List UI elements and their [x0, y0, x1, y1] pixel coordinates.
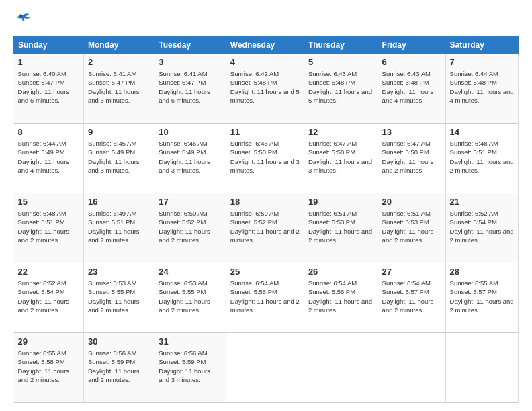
daylight-label: Daylight: 11 hours and 3 minutes. [308, 158, 372, 174]
day-number: 30 [88, 336, 150, 348]
sunset-label: Sunset: 5:58 PM [18, 358, 65, 365]
page: SundayMondayTuesdayWednesdayThursdayFrid… [0, 0, 532, 411]
daylight-label: Daylight: 11 hours and 4 minutes. [18, 158, 70, 174]
day-cell: 8Sunrise: 6:44 AMSunset: 5:49 PMDaylight… [14, 124, 84, 193]
sunset-label: Sunset: 5:47 PM [18, 79, 65, 86]
day-cell: 2Sunrise: 6:41 AMSunset: 5:47 PMDaylight… [84, 54, 154, 124]
daylight-label: Daylight: 11 hours and 3 minutes. [88, 158, 140, 174]
sunset-label: Sunset: 5:52 PM [230, 218, 277, 226]
sunrise-label: Sunrise: 6:54 AM [382, 279, 431, 287]
day-cell: 21Sunrise: 6:52 AMSunset: 5:54 PMDayligh… [445, 193, 518, 263]
day-cell: 26Sunrise: 6:54 AMSunset: 5:56 PMDayligh… [304, 263, 378, 333]
day-number: 18 [230, 196, 300, 208]
sunrise-label: Sunrise: 6:40 AM [18, 70, 66, 77]
header-cell-friday: Friday [378, 37, 445, 54]
header-cell-monday: Monday [84, 37, 154, 54]
week-row-5: 29Sunrise: 6:55 AMSunset: 5:58 PMDayligh… [14, 333, 519, 403]
daylight-label: Daylight: 11 hours and 2 minutes. [382, 298, 434, 314]
sunset-label: Sunset: 5:53 PM [382, 218, 429, 226]
daylight-label: Daylight: 11 hours and 2 minutes. [308, 298, 372, 314]
daylight-label: Daylight: 11 hours and 2 minutes. [450, 228, 514, 244]
daylight-label: Daylight: 11 hours and 2 minutes. [308, 228, 372, 244]
sunrise-label: Sunrise: 6:51 AM [382, 210, 431, 217]
daylight-label: Daylight: 11 hours and 2 minutes. [450, 158, 514, 174]
day-cell: 18Sunrise: 6:50 AMSunset: 5:52 PMDayligh… [226, 193, 304, 263]
day-number: 25 [230, 266, 300, 278]
sunset-label: Sunset: 5:49 PM [159, 148, 206, 156]
header-cell-wednesday: Wednesday [226, 37, 304, 54]
sunrise-label: Sunrise: 6:54 AM [308, 279, 357, 287]
day-cell: 7Sunrise: 6:44 AMSunset: 5:48 PMDaylight… [445, 54, 518, 124]
sunrise-label: Sunrise: 6:55 AM [450, 279, 498, 287]
sunrise-label: Sunrise: 6:48 AM [450, 140, 498, 147]
daylight-label: Daylight: 11 hours and 6 minutes. [18, 88, 70, 104]
day-cell: 30Sunrise: 6:56 AMSunset: 5:59 PMDayligh… [84, 333, 154, 403]
day-number: 28 [450, 266, 514, 278]
sunrise-label: Sunrise: 6:53 AM [159, 279, 207, 287]
week-row-1: 1Sunrise: 6:40 AMSunset: 5:47 PMDaylight… [14, 54, 519, 124]
day-cell: 12Sunrise: 6:47 AMSunset: 5:50 PMDayligh… [304, 124, 378, 193]
sunset-label: Sunset: 5:53 PM [308, 218, 355, 226]
day-number: 20 [382, 196, 441, 208]
day-number: 6 [382, 56, 441, 68]
day-cell: 27Sunrise: 6:54 AMSunset: 5:57 PMDayligh… [378, 263, 445, 333]
sunset-label: Sunset: 5:55 PM [88, 288, 135, 295]
day-cell: 17Sunrise: 6:50 AMSunset: 5:52 PMDayligh… [154, 193, 226, 263]
daylight-label: Daylight: 11 hours and 3 minutes. [230, 158, 300, 174]
day-cell: 31Sunrise: 6:56 AMSunset: 5:59 PMDayligh… [154, 333, 226, 403]
sunrise-label: Sunrise: 6:54 AM [230, 279, 279, 287]
header-cell-sunday: Sunday [14, 37, 84, 54]
day-cell: 10Sunrise: 6:46 AMSunset: 5:49 PMDayligh… [154, 124, 226, 193]
day-cell: 9Sunrise: 6:45 AMSunset: 5:49 PMDaylight… [84, 124, 154, 193]
day-cell: 5Sunrise: 6:43 AMSunset: 5:48 PMDaylight… [304, 54, 378, 124]
sunrise-label: Sunrise: 6:44 AM [18, 140, 66, 147]
daylight-label: Daylight: 11 hours and 2 minutes. [159, 228, 210, 244]
sunrise-label: Sunrise: 6:52 AM [18, 279, 66, 287]
day-number: 11 [230, 126, 300, 138]
sunset-label: Sunset: 5:49 PM [88, 148, 135, 156]
day-cell: 20Sunrise: 6:51 AMSunset: 5:53 PMDayligh… [378, 193, 445, 263]
sunset-label: Sunset: 5:55 PM [159, 288, 206, 295]
header-cell-thursday: Thursday [304, 37, 378, 54]
day-number: 29 [18, 336, 80, 348]
day-number: 1 [18, 56, 80, 68]
day-cell: 19Sunrise: 6:51 AMSunset: 5:53 PMDayligh… [304, 193, 378, 263]
daylight-label: Daylight: 11 hours and 2 minutes. [159, 298, 210, 314]
sunrise-label: Sunrise: 6:50 AM [159, 210, 207, 217]
day-number: 23 [88, 266, 150, 278]
day-number: 27 [382, 266, 441, 278]
day-cell: 13Sunrise: 6:47 AMSunset: 5:50 PMDayligh… [378, 124, 445, 193]
daylight-label: Daylight: 11 hours and 2 minutes. [88, 298, 140, 314]
sunset-label: Sunset: 5:48 PM [382, 79, 429, 86]
sunrise-label: Sunrise: 6:47 AM [382, 140, 431, 147]
daylight-label: Daylight: 11 hours and 5 minutes. [308, 88, 372, 104]
day-number: 2 [88, 56, 150, 68]
sunrise-label: Sunrise: 6:48 AM [18, 210, 66, 217]
day-number: 5 [308, 56, 373, 68]
header-cell-tuesday: Tuesday [154, 37, 226, 54]
logo [13, 11, 35, 30]
sunrise-label: Sunrise: 6:53 AM [88, 279, 136, 287]
sunset-label: Sunset: 5:48 PM [230, 79, 277, 86]
sunrise-label: Sunrise: 6:55 AM [18, 349, 66, 357]
day-number: 14 [450, 126, 514, 138]
day-number: 16 [88, 196, 150, 208]
sunrise-label: Sunrise: 6:46 AM [159, 140, 207, 147]
daylight-label: Daylight: 11 hours and 2 minutes. [88, 367, 140, 383]
sunset-label: Sunset: 5:47 PM [159, 79, 206, 86]
header-row: SundayMondayTuesdayWednesdayThursdayFrid… [14, 37, 519, 54]
sunset-label: Sunset: 5:52 PM [159, 218, 206, 226]
day-number: 26 [308, 266, 373, 278]
day-number: 13 [382, 126, 441, 138]
sunset-label: Sunset: 5:50 PM [382, 148, 429, 156]
sunset-label: Sunset: 5:59 PM [88, 358, 135, 365]
day-cell: 1Sunrise: 6:40 AMSunset: 5:47 PMDaylight… [14, 54, 84, 124]
week-row-3: 15Sunrise: 6:48 AMSunset: 5:51 PMDayligh… [14, 193, 519, 263]
day-number: 3 [159, 56, 222, 68]
day-number: 21 [450, 196, 514, 208]
sunrise-label: Sunrise: 6:47 AM [308, 140, 357, 147]
sunset-label: Sunset: 5:56 PM [230, 288, 277, 295]
sunrise-label: Sunrise: 6:56 AM [159, 349, 207, 357]
day-cell: 29Sunrise: 6:55 AMSunset: 5:58 PMDayligh… [14, 333, 84, 403]
calendar-header: SundayMondayTuesdayWednesdayThursdayFrid… [14, 37, 519, 54]
